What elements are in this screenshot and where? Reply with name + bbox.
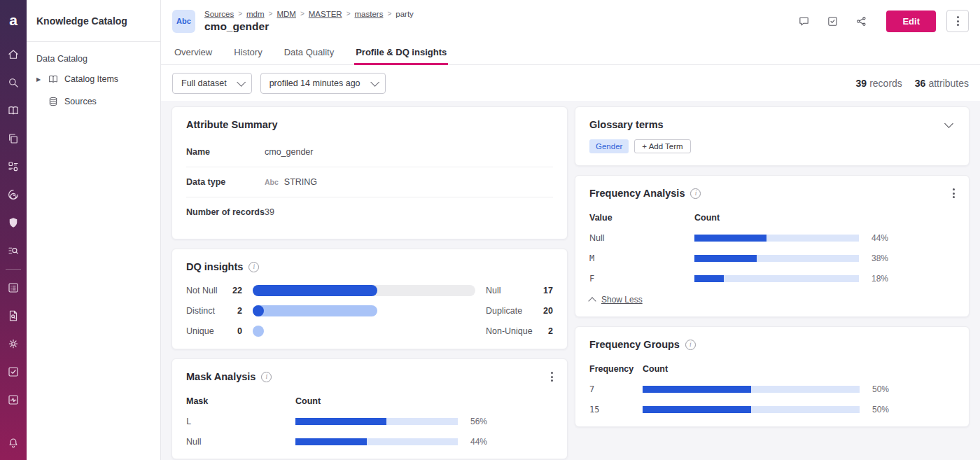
tab-data-quality[interactable]: Data Quality	[283, 42, 336, 65]
sidebar-section-label: Data Catalog	[27, 42, 160, 68]
frequency-analysis-card: Frequency Analysis i Value Count Null 44…	[575, 175, 969, 317]
dq-bar	[253, 285, 475, 296]
attribute-summary-card: Attribute Summary Name cmo_gender Data t…	[172, 106, 568, 239]
mask-analysis-card: Mask Analysis i Mask Count L 56%	[172, 358, 568, 459]
mask-table-header: Mask Count	[186, 396, 553, 406]
notifications-bell-icon[interactable]	[0, 429, 27, 457]
info-icon[interactable]: i	[261, 372, 272, 382]
tasks-check-icon[interactable]	[0, 358, 27, 386]
attributes-count: 36attributes	[915, 78, 969, 89]
more-actions-button[interactable]	[946, 10, 969, 32]
summary-row-records: Number of records 39	[186, 197, 553, 227]
dq-row-distinct: Distinct 2 Duplicate 20	[186, 305, 553, 316]
edit-button[interactable]: Edit	[886, 11, 936, 32]
frequency-bar	[694, 275, 859, 282]
breadcrumb-link[interactable]: masters	[355, 10, 384, 18]
frequency-groups-card: Frequency Groups i Frequency Count 7 50%	[575, 326, 969, 427]
ataccama-logo[interactable]: a	[9, 0, 18, 41]
home-icon[interactable]	[0, 41, 27, 69]
tab-profile-dq-insights[interactable]: Profile & DQ insights	[354, 42, 448, 65]
card-menu-kebab-icon[interactable]	[551, 372, 553, 382]
dq-bar	[253, 326, 475, 337]
chevron-down-icon	[237, 78, 246, 87]
mask-row: Null 44%	[186, 437, 553, 447]
sidebar-item-label: Catalog Items	[64, 74, 118, 84]
frequency-group-bar	[643, 386, 860, 393]
lineage-spiral-icon[interactable]	[0, 181, 27, 209]
monitoring-icon[interactable]	[0, 386, 27, 414]
search-icon[interactable]	[0, 69, 27, 97]
content-area: Attribute Summary Name cmo_gender Data t…	[161, 101, 980, 460]
catalog-book-icon[interactable]	[0, 97, 27, 125]
settings-gear-icon[interactable]	[0, 330, 27, 358]
info-icon[interactable]: i	[248, 262, 259, 272]
breadcrumb-current: party	[396, 10, 414, 18]
frequency-row: M 38%	[589, 253, 955, 263]
breadcrumb: Sources > mdm > MDM > MASTER > masters >…	[204, 10, 414, 18]
dq-insights-card: DQ insights i Not Null 22 Null 17 Distin…	[172, 249, 568, 349]
tasks-checkbox-icon[interactable]	[823, 12, 841, 30]
frequency-bar	[694, 235, 859, 242]
dq-row-unique: Unique 0 Non-Unique 2	[186, 326, 553, 337]
breadcrumb-link[interactable]: MDM	[276, 10, 295, 18]
tree-expand-caret[interactable]: ▶	[36, 76, 42, 83]
glossary-term-tag[interactable]: Gender	[589, 139, 629, 153]
records-count: 39records	[856, 78, 902, 89]
sidebar-item-catalog-items[interactable]: ▶ Catalog Items	[27, 68, 160, 90]
card-title: Frequency Groups	[589, 339, 680, 350]
mask-bar	[295, 438, 458, 445]
frequency-table-header: Value Count	[589, 213, 955, 223]
list-panel-icon[interactable]	[0, 274, 27, 302]
sidebar: Knowledge Catalog Data Catalog ▶ Catalog…	[27, 0, 161, 460]
frequency-row: Null 44%	[589, 233, 955, 243]
info-icon[interactable]: i	[690, 188, 701, 199]
collapse-card-button[interactable]	[946, 123, 955, 127]
chevron-up-icon	[588, 297, 596, 305]
shield-icon[interactable]	[0, 209, 27, 237]
toolbar: Full dataset profiled 14 minutes ago 39r…	[161, 65, 980, 101]
summary-row-name: Name cmo_gender	[186, 137, 553, 167]
frequency-group-row: 7 50%	[589, 384, 955, 394]
comments-icon[interactable]	[794, 12, 813, 30]
file-search-icon[interactable]	[0, 302, 27, 330]
card-title: Frequency Analysis	[589, 188, 685, 199]
page-header: Abc Sources > mdm > MDM > MASTER > maste…	[161, 0, 980, 42]
main-area: Abc Sources > mdm > MDM > MASTER > maste…	[161, 0, 980, 460]
breadcrumb-link[interactable]: Sources	[204, 10, 234, 18]
breadcrumb-link[interactable]: mdm	[246, 10, 265, 18]
info-icon[interactable]: i	[685, 340, 696, 350]
metadata-blocks-icon[interactable]	[0, 153, 27, 181]
rail-divider	[6, 269, 21, 270]
glossary-terms-card: Glossary terms Gender + Add Term	[575, 106, 969, 166]
tab-overview[interactable]: Overview	[173, 42, 214, 65]
card-title: Attribute Summary	[186, 119, 278, 130]
card-menu-kebab-icon[interactable]	[953, 188, 955, 198]
frequency-row: F 18%	[589, 274, 955, 284]
breadcrumb-link[interactable]: MASTER	[309, 10, 342, 18]
data-discovery-icon[interactable]	[0, 237, 27, 265]
sidebar-item-sources[interactable]: Sources	[27, 90, 160, 113]
profile-version-dropdown[interactable]: profiled 14 minutes ago	[260, 73, 386, 94]
frequency-group-row: 15 50%	[589, 405, 955, 414]
tab-bar: Overview History Data Quality Profile & …	[161, 42, 980, 65]
sidebar-item-label: Sources	[64, 97, 97, 106]
chevron-down-icon	[944, 119, 953, 128]
card-title: Mask Analysis	[186, 371, 255, 382]
summary-row-data-type: Data type Abc STRING	[186, 167, 553, 197]
dq-bar	[253, 305, 475, 316]
chevron-down-icon	[370, 78, 379, 87]
dq-row-not-null: Not Null 22 Null 17	[186, 285, 553, 296]
tab-history[interactable]: History	[232, 42, 263, 65]
documents-icon[interactable]	[0, 125, 27, 153]
app-window: a Knowle	[0, 0, 980, 460]
share-icon[interactable]	[852, 12, 870, 30]
icon-rail: a	[0, 0, 27, 460]
mask-bar	[295, 418, 458, 425]
page-title: cmo_gender	[204, 20, 414, 33]
show-less-link[interactable]: Show Less	[589, 295, 955, 305]
dataset-dropdown[interactable]: Full dataset	[172, 73, 252, 94]
attribute-type-badge: Abc	[172, 10, 195, 33]
frequency-group-bar	[643, 406, 860, 413]
kebab-icon	[957, 16, 959, 26]
add-term-button[interactable]: + Add Term	[634, 139, 690, 153]
